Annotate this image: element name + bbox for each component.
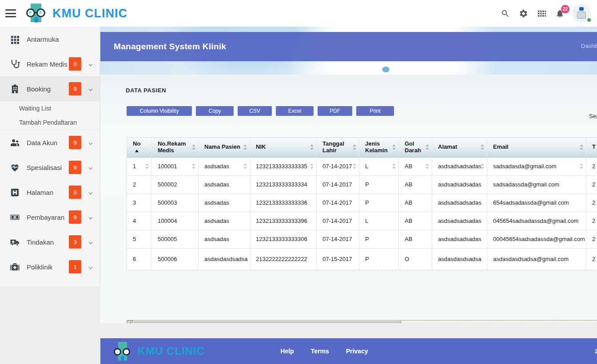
- table-cell: P: [359, 175, 399, 194]
- search-label: Sea: [589, 113, 597, 119]
- sidebar-item-halaman[interactable]: Halaman8: [0, 180, 100, 205]
- svg-text:1: 1: [14, 215, 16, 218]
- sidebar-item-pembayaran[interactable]: 1Pembayaran9: [0, 205, 100, 229]
- apps-grid-icon[interactable]: [536, 8, 547, 19]
- table-row: 3500003asdsadas123213333333333607-14-201…: [127, 194, 597, 212]
- column-header-jenis-kelamin[interactable]: Jenis Kelamin: [359, 138, 399, 158]
- hero-image: Management System Klinik Dashb: [100, 27, 597, 75]
- sidebar-item-poliklinik[interactable]: Poliklinik1: [0, 254, 100, 279]
- column-visibility-button[interactable]: Column Visibility: [127, 106, 192, 116]
- chevron-down-icon[interactable]: [88, 265, 92, 269]
- footer-link-help[interactable]: Help: [280, 348, 294, 355]
- sidebar-item-badge: 3: [69, 235, 81, 249]
- sidebar-item-data-akun[interactable]: Data Akun9: [0, 130, 100, 155]
- column-header-no[interactable]: No: [127, 138, 152, 158]
- sidebar-item-spesialisasi[interactable]: Spesialisasi9: [0, 155, 100, 180]
- sidebar-item-label: Halaman: [27, 189, 53, 196]
- sort-arrows-icon: [580, 163, 584, 169]
- avatar[interactable]: [572, 4, 591, 23]
- bell-icon[interactable]: 22: [554, 8, 565, 19]
- pdf-button[interactable]: PDF: [318, 106, 352, 116]
- footer-link-terms[interactable]: Terms: [311, 348, 329, 355]
- chevron-down-icon[interactable]: [88, 62, 92, 66]
- table-cell: 045654sadsadassda@gmail.com: [487, 212, 586, 230]
- column-header-t[interactable]: T: [586, 138, 597, 158]
- table-cell: 00045654sadsadassda@gmail.com: [487, 230, 586, 248]
- sidebar-item-label: Antarmuka: [27, 36, 59, 43]
- money-icon: 1: [9, 211, 20, 223]
- sidebar-subitem-waiting-list[interactable]: Waiting List: [0, 101, 100, 115]
- chevron-down-icon[interactable]: [88, 166, 92, 170]
- table-cell: asdasdasdsadsa: [199, 248, 250, 270]
- footer-right-text: 2: [595, 348, 597, 355]
- table-header: NoNo.Rekam MedisNama PasienNIKTanggal La…: [127, 138, 597, 158]
- table-body: 1100001asdsadas123213333333333507-14-201…: [127, 157, 597, 270]
- hamburger-menu-icon[interactable]: [5, 9, 16, 17]
- search-icon[interactable]: [499, 8, 511, 19]
- table-cell: 1232133333333306: [250, 230, 317, 248]
- column-header-no-rekam-medis[interactable]: No.Rekam Medis: [152, 138, 199, 158]
- footer-brand-name: KMU CLINIC: [138, 345, 205, 357]
- column-header-gol-darah[interactable]: Gol Darah: [399, 138, 432, 158]
- table-cell: asdsadas: [199, 194, 250, 212]
- chevron-down-icon[interactable]: [88, 141, 92, 145]
- chevron-down-icon[interactable]: [88, 87, 92, 91]
- h-square-icon: [9, 186, 20, 198]
- excel-button[interactable]: Excel: [276, 106, 314, 116]
- patients-table-wrap: NoNo.Rekam MedisNama PasienNIKTanggal La…: [127, 137, 597, 270]
- page: KMU CLINIC 22: [0, 0, 597, 364]
- csv-button[interactable]: CSV: [238, 106, 272, 116]
- table-cell: asdsadas: [199, 157, 250, 175]
- sidebar-item-tindakan[interactable]: Tindakan3: [0, 229, 100, 254]
- table-cell: 500006: [152, 248, 199, 270]
- chevron-down-icon[interactable]: [88, 190, 92, 194]
- column-header-alamat[interactable]: Alamat: [432, 138, 487, 158]
- data-pasien-panel: DATA PASIEN Column VisibilityCopyCSVExce…: [100, 75, 597, 323]
- column-header-email[interactable]: Email: [487, 138, 586, 158]
- table-cell: 2: [586, 157, 597, 175]
- column-header-tanggal-lahir[interactable]: Tanggal Lahir: [317, 138, 359, 158]
- chevron-down-icon[interactable]: [88, 215, 92, 219]
- table-cell: 1232133333333334: [250, 175, 317, 194]
- navbar-actions: 22: [499, 4, 597, 23]
- table-cell: 2: [586, 194, 597, 212]
- sidebar-item-badge: 9: [69, 161, 81, 174]
- sidebar-item-label: Pembayaran: [27, 214, 64, 221]
- table-cell: asdsadsadsadas: [432, 230, 487, 248]
- sort-arrows-icon: [392, 144, 396, 150]
- table-cell: 654sadsadassda@gmail.com: [487, 194, 586, 212]
- table-row: 4100004asdsadas123213333333339607-14-201…: [127, 212, 597, 230]
- table-cell: 07-14-2017: [317, 194, 359, 212]
- footer-link-privacy[interactable]: Privacy: [346, 348, 368, 355]
- sidebar-subitem-tambah-pendaftaran[interactable]: Tambah Pendaftaran: [0, 115, 100, 130]
- patients-table: NoNo.Rekam MedisNama PasienNIKTanggal La…: [127, 137, 597, 270]
- sidebar-item-badge: 9: [69, 210, 81, 224]
- settings-gear-icon[interactable]: [517, 8, 529, 19]
- copy-button[interactable]: Copy: [196, 106, 234, 116]
- page-footer: KMU CLINIC HelpTermsPrivacy 2: [100, 338, 597, 364]
- sidebar-item-rekam-medis[interactable]: Rekam Medis0: [0, 51, 100, 76]
- table-cell: 1232133333333335: [250, 157, 317, 175]
- kmu-clinic-logo[interactable]: KMU CLINIC: [26, 3, 127, 24]
- column-header-nama-pasien[interactable]: Nama Pasien: [199, 138, 250, 158]
- grid-icon: [9, 33, 20, 45]
- page-title: Management System Klinik: [114, 42, 226, 51]
- table-cell: 500003: [152, 194, 199, 212]
- table-cell: 3: [127, 194, 152, 212]
- breadcrumb[interactable]: Dashb: [581, 43, 597, 49]
- sort-arrows-icon: [310, 163, 314, 169]
- table-cell: 07-14-2017: [317, 175, 359, 194]
- table-cell: 2: [586, 248, 597, 270]
- table-cell: 6: [127, 248, 152, 270]
- chevron-down-icon[interactable]: [88, 240, 92, 244]
- sidebar-item-antarmuka[interactable]: Antarmuka: [0, 27, 100, 51]
- sort-arrows-icon: [310, 144, 314, 150]
- sidebar-item-label: Data Akun: [27, 139, 57, 146]
- column-header-nik[interactable]: NIK: [250, 138, 317, 158]
- sort-arrows-icon: [426, 163, 430, 169]
- table-cell: 100004: [152, 212, 199, 230]
- print-button[interactable]: Print: [356, 106, 394, 116]
- notification-count-badge: 22: [561, 5, 569, 13]
- table-cell: 100001: [152, 157, 199, 175]
- sidebar-item-booking[interactable]: Booking9: [0, 76, 100, 101]
